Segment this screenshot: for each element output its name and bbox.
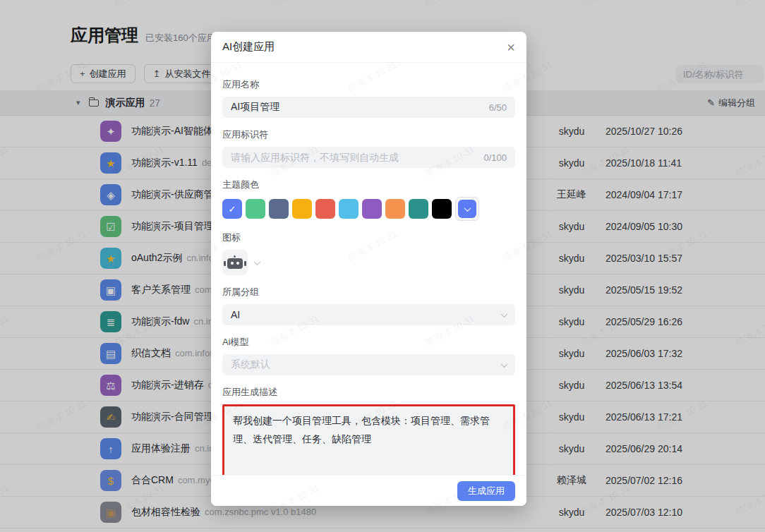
- group-select-value: AI: [231, 309, 240, 320]
- app-icon-picker[interactable]: [222, 250, 248, 275]
- theme-color-swatches: ✓: [222, 197, 515, 221]
- robot-icon: [227, 258, 243, 269]
- generate-app-button[interactable]: 生成应用: [457, 481, 515, 501]
- highlight-annotation: 帮我创建一个项目管理工具，包含模块：项目管理、需求管理、迭代管理、任务、缺陷管理: [222, 404, 515, 482]
- icon-label: 图标: [222, 231, 515, 244]
- theme-color-swatch[interactable]: [339, 199, 359, 219]
- app-name-label: 应用名称: [222, 78, 515, 91]
- theme-color-swatch[interactable]: [385, 199, 405, 219]
- app-identifier-counter: 0/100: [483, 152, 507, 163]
- app-name-input[interactable]: [231, 102, 483, 113]
- theme-color-swatch[interactable]: [292, 199, 312, 219]
- theme-color-swatch[interactable]: [409, 199, 428, 219]
- chevron-down-icon: [501, 310, 508, 318]
- theme-color-swatch[interactable]: [269, 199, 289, 219]
- chevron-down-icon: [501, 361, 508, 368]
- theme-color-swatch[interactable]: [362, 199, 382, 219]
- close-icon[interactable]: ×: [507, 40, 515, 54]
- check-icon: ✓: [229, 204, 236, 214]
- ai-model-label: Ai模型: [222, 336, 515, 349]
- app-identifier-label: 应用标识符: [222, 128, 515, 141]
- chevron-down-icon[interactable]: [254, 258, 261, 265]
- chevron-down-icon: [464, 205, 471, 212]
- modal-title: AI创建应用: [222, 40, 275, 54]
- theme-color-swatch[interactable]: ✓: [222, 199, 242, 219]
- description-textarea[interactable]: 帮我创建一个项目管理工具，包含模块：项目管理、需求管理、迭代管理、任务、缺陷管理: [224, 406, 513, 477]
- ai-model-select[interactable]: 系统默认: [222, 354, 515, 375]
- theme-color-swatch[interactable]: [315, 199, 335, 219]
- custom-color-picker[interactable]: [455, 197, 479, 221]
- description-label: 应用生成描述: [222, 386, 515, 399]
- group-select-label: 所属分组: [222, 286, 515, 298]
- ai-create-app-modal: AI创建应用 × 应用名称 6/50 应用标识符 0/100 主题颜色 ✓ 图标…: [211, 32, 526, 506]
- group-select[interactable]: AI: [222, 304, 515, 325]
- app-identifier-input[interactable]: [231, 152, 478, 163]
- theme-color-label: 主题颜色: [222, 179, 515, 191]
- app-name-counter: 6/50: [489, 102, 507, 113]
- theme-color-swatch[interactable]: [246, 199, 265, 219]
- theme-color-swatch[interactable]: [432, 199, 452, 219]
- ai-model-value: 系统默认: [231, 358, 270, 371]
